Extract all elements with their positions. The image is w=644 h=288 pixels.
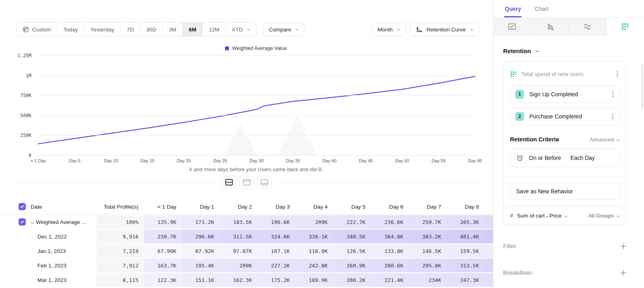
retention-value-cell[interactable]: 183.5K (220, 215, 258, 229)
range-button-3m[interactable]: 3M (163, 23, 183, 36)
retention-value-cell[interactable]: 280.6K (371, 259, 409, 272)
analysis-tab-bar-chart[interactable] (531, 18, 569, 35)
retention-value-cell[interactable]: 107.1K (258, 244, 295, 258)
retention-value-cell[interactable]: 196.6K (258, 215, 295, 229)
retention-value-cell[interactable]: 401.4K (447, 230, 485, 243)
retention-value-cell[interactable]: 162.3K (220, 273, 258, 287)
retention-value-cell[interactable]: 383.2K (409, 230, 447, 243)
range-label: 6M (189, 27, 196, 33)
retention-value-cell[interactable]: 227.2K (258, 259, 295, 272)
retention-value-cell[interactable]: 295.8K (409, 259, 447, 272)
retention-value-cell[interactable]: 133.8K (371, 244, 409, 258)
retention-line-series[interactable] (36, 55, 476, 155)
measure-property-dropdown[interactable]: Sum of cart ▸ Price (517, 213, 567, 219)
retention-value-cell[interactable]: 236.6K (371, 215, 409, 229)
analysis-tab-line-chart[interactable] (493, 18, 531, 35)
range-button-7d[interactable]: 7D (121, 23, 140, 36)
kebab-menu-icon[interactable] (611, 90, 615, 99)
table-row[interactable]: Mar 1, 20238,115122.3K151.1K162.3K175.2K… (0, 273, 493, 287)
retention-value-cell[interactable]: 242.8K (295, 259, 333, 272)
plus-icon[interactable] (620, 243, 626, 249)
retention-value-cell-clipped (485, 259, 493, 272)
retention-value-cell[interactable]: 336.1K (295, 230, 333, 243)
gridline (36, 55, 476, 56)
retention-value-cell[interactable]: 189.9K (295, 273, 333, 287)
range-button-12m[interactable]: 12M (203, 23, 226, 36)
groups-dropdown[interactable]: All Groups (588, 213, 619, 219)
row-checkbox[interactable] (19, 218, 26, 226)
retention-value-cell[interactable]: 195.4K (182, 259, 220, 272)
select-all-checkbox[interactable] (19, 203, 26, 210)
retention-value-cell[interactable]: 146.5K (409, 244, 447, 258)
scrollbar-thumb[interactable] (642, 64, 643, 109)
chart-type-dropdown[interactable]: Retention Curve (410, 23, 479, 36)
tab-chart[interactable]: Chart (535, 6, 548, 17)
retention-value-cell[interactable]: 222.7K (333, 215, 371, 229)
view-toggle-table-only[interactable] (257, 176, 272, 189)
table-row[interactable]: Dec 1, 20229,916230.7K296.6K311.5K324.6K… (0, 230, 493, 243)
retention-value-cell[interactable]: 209K (295, 215, 333, 229)
retention-value-cell[interactable]: 265.3K (447, 215, 485, 229)
tab-query[interactable]: Query (505, 6, 521, 17)
filter-section[interactable]: Filter (503, 243, 626, 249)
retention-value-cell[interactable]: 135.9K (144, 215, 182, 229)
criteria-row[interactable]: On or Before Each Day (510, 149, 619, 167)
compare-button[interactable]: Compare (263, 23, 305, 36)
retention-value-cell[interactable]: 175.2K (258, 273, 295, 287)
retention-value-cell[interactable]: 122.3K (144, 273, 182, 287)
retention-value-cell[interactable]: 126.5K (333, 244, 371, 258)
retention-value-cell[interactable]: 116.9K (295, 244, 333, 258)
save-as-new-behavior-button[interactable]: Save as New Behavior (510, 183, 619, 200)
behavior-step-1[interactable]: 1Sign Up Completed (510, 85, 619, 103)
retention-value-cell[interactable]: 97.87K (220, 244, 258, 258)
range-button-30d[interactable]: 30D (140, 23, 163, 36)
retention-value-cell[interactable]: 234K (409, 273, 447, 287)
analysis-tab-retention[interactable] (607, 18, 644, 35)
behavior-step-2[interactable]: 2Purchase Completed (510, 108, 619, 125)
range-button-yesterday[interactable]: Yesterday (85, 23, 121, 36)
range-button-custom[interactable]: Custom (17, 23, 58, 36)
retention-value-cell[interactable]: 159.5K (447, 244, 485, 258)
breakdown-section[interactable]: Breakdown (503, 269, 626, 276)
row-expander-icon[interactable] (29, 219, 33, 225)
retention-value-cell[interactable]: 364.8K (371, 230, 409, 243)
range-button-xtd[interactable]: XTD (226, 23, 256, 36)
chart-legend[interactable]: Weighted Average Value (36, 46, 476, 51)
retention-value-cell[interactable]: 247.3K (447, 273, 485, 287)
table-row[interactable]: Jan 1, 20237,21967.99K87.92K97.87K107.1K… (0, 244, 493, 258)
retention-value-cell[interactable]: 230.7K (144, 230, 182, 243)
retention-value-cell[interactable]: 311.5K (220, 230, 258, 243)
gridline (36, 135, 476, 135)
retention-value-cell[interactable]: 348.5K (333, 230, 371, 243)
y-tick-label: 1.25M (7, 53, 31, 58)
kebab-menu-icon[interactable] (615, 70, 619, 79)
table-row[interactable]: Feb 1, 20237,912163.7K195.4K209K227.2K24… (0, 259, 493, 272)
criteria-mode-dropdown[interactable]: Advanced (590, 137, 619, 143)
retention-value-cell[interactable]: 151.1K (182, 273, 220, 287)
analysis-type-dropdown[interactable]: Retention (503, 48, 634, 54)
retention-value-cell[interactable]: 313.5K (447, 259, 485, 272)
retention-value-cell[interactable]: 67.99K (144, 244, 182, 258)
retention-value-cell[interactable]: 250.7K (409, 215, 447, 229)
plus-icon[interactable] (620, 270, 626, 276)
retention-value-cell[interactable]: 87.92K (182, 244, 220, 258)
range-button-today[interactable]: Today (58, 23, 85, 36)
retention-value-cell[interactable]: 171.2K (182, 215, 220, 229)
retention-value-cell[interactable]: 209K (220, 259, 258, 272)
kebab-menu-icon[interactable] (611, 112, 615, 121)
retention-value-cell[interactable]: 296.6K (182, 230, 220, 243)
retention-value-cell[interactable]: 163.7K (144, 259, 182, 272)
view-toggle-chart-only[interactable] (239, 176, 254, 189)
granularity-dropdown[interactable]: Month (372, 23, 406, 36)
column-header-day: Day 7 (409, 199, 447, 214)
retention-value-cell[interactable]: 260.9K (333, 259, 371, 272)
retention-value-cell[interactable]: 324.6K (258, 230, 295, 243)
view-toggle-split-view[interactable] (222, 176, 236, 189)
row-label: Mar 1, 2023 (37, 277, 66, 283)
retention-value-cell[interactable]: 221.4K (371, 273, 409, 287)
range-button-6m[interactable]: 6M (183, 23, 203, 36)
y-tick-label: 500K (7, 113, 31, 118)
analysis-tab-flows[interactable] (569, 18, 607, 35)
retention-value-cell[interactable]: 206.2K (333, 273, 371, 287)
table-row[interactable]: Weighted Average ...100%135.9K171.2K183.… (0, 215, 493, 229)
